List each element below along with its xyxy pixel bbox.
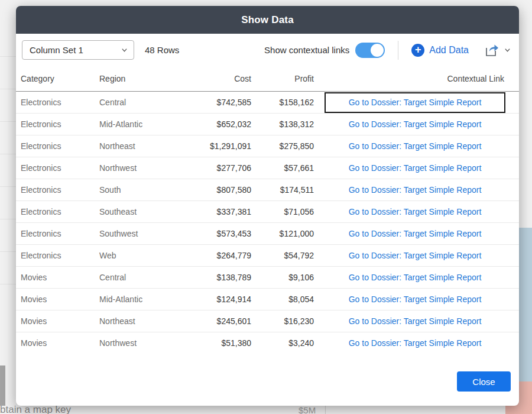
cell-region: Northwest <box>99 163 188 173</box>
column-set-select[interactable]: Column Set 1 <box>22 40 134 60</box>
dossier-link[interactable]: Go to Dossier: Target Simple Report <box>349 185 482 195</box>
background-divider <box>0 154 18 154</box>
table-row: Electronics Southwest $573,453 $121,000 … <box>16 223 519 245</box>
dossier-link[interactable]: Go to Dossier: Target Simple Report <box>349 163 482 173</box>
cell-region: South <box>99 185 188 195</box>
background-divider <box>0 186 18 187</box>
dossier-link[interactable]: Go to Dossier: Target Simple Report <box>349 98 482 107</box>
dialog-title: Show Data <box>241 14 294 26</box>
toggle-knob <box>371 44 384 57</box>
dossier-link[interactable]: Go to Dossier: Target Simple Report <box>349 119 482 129</box>
background-axis-gridline <box>325 406 326 414</box>
cell-profit: $3,240 <box>251 338 314 348</box>
cell-profit: $121,000 <box>251 229 314 238</box>
table-row: Movies Northeast $245,601 $16,230 Go to … <box>16 310 519 332</box>
background-divider <box>0 251 18 252</box>
cell-region: Southeast <box>99 207 188 216</box>
cell-contextual-link: Go to Dossier: Target Simple Report <box>325 163 505 173</box>
dossier-link[interactable]: Go to Dossier: Target Simple Report <box>349 207 482 216</box>
table-row: Electronics Southeast $337,381 $71,056 G… <box>16 201 519 223</box>
cell-category: Electronics <box>21 229 99 238</box>
cell-cost: $264,779 <box>188 251 251 260</box>
dialog-toolbar: Column Set 1 48 Rows Show contextual lin… <box>16 34 519 66</box>
cell-contextual-link: Go to Dossier: Target Simple Report <box>325 316 505 326</box>
contextual-links-label: Show contextual links <box>264 45 349 55</box>
dossier-link[interactable]: Go to Dossier: Target Simple Report <box>349 316 482 326</box>
add-data-label: Add Data <box>429 45 469 56</box>
dossier-link[interactable]: Go to Dossier: Target Simple Report <box>349 229 482 238</box>
background-divider <box>0 121 18 122</box>
export-menu-button[interactable] <box>484 43 511 58</box>
add-data-button[interactable]: + Add Data <box>411 44 469 57</box>
cell-cost: $138,789 <box>188 273 251 282</box>
cell-cost: $573,453 <box>188 229 251 238</box>
cell-contextual-link: Go to Dossier: Target Simple Report <box>325 338 505 348</box>
dossier-link[interactable]: Go to Dossier: Target Simple Report <box>349 251 482 260</box>
chevron-down-icon <box>504 47 511 53</box>
table-row: Electronics Northeast $1,291,091 $275,85… <box>16 135 519 157</box>
cell-cost: $277,706 <box>188 163 251 173</box>
cell-category: Movies <box>21 338 99 348</box>
cell-category: Electronics <box>21 141 99 151</box>
close-button[interactable]: Close <box>457 371 511 392</box>
chevron-down-icon <box>121 47 128 53</box>
table-row: Movies Mid-Atlantic $124,914 $8,054 Go t… <box>16 289 519 310</box>
dossier-link[interactable]: Go to Dossier: Target Simple Report <box>349 273 482 282</box>
cell-contextual-link: Go to Dossier: Target Simple Report <box>325 119 505 129</box>
table-body: Electronics Central $742,585 $158,162 Go… <box>16 92 519 350</box>
background-map-water <box>519 228 532 383</box>
cell-cost: $51,380 <box>188 338 251 348</box>
cell-profit: $138,312 <box>251 119 314 129</box>
column-header-category[interactable]: Category <box>21 74 99 83</box>
cell-profit: $71,056 <box>251 207 314 216</box>
cell-cost: $807,580 <box>188 185 251 195</box>
cell-region: Northeast <box>99 141 188 151</box>
cell-region: Northwest <box>99 338 188 348</box>
cell-profit: $174,511 <box>251 185 314 195</box>
data-table: Category Region Cost Profit Contextual L… <box>16 66 519 350</box>
dialog-footer: Close <box>16 350 519 406</box>
table-row: Electronics South $807,580 $174,511 Go t… <box>16 179 519 201</box>
cell-category: Movies <box>21 295 99 304</box>
cell-profit: $158,162 <box>251 98 314 107</box>
cell-region: Mid-Atlantic <box>99 295 188 304</box>
cell-region: Southwest <box>99 229 188 238</box>
cell-profit: $54,792 <box>251 251 314 260</box>
background-panel-edge <box>0 366 5 406</box>
table-row: Movies Northwest $51,380 $3,240 Go to Do… <box>16 332 519 350</box>
show-data-dialog: Show Data Column Set 1 48 Rows Show cont… <box>16 6 519 406</box>
cell-profit: $275,850 <box>251 141 314 151</box>
cell-profit: $9,106 <box>251 273 314 282</box>
background-divider <box>0 284 18 284</box>
background-axis-label: $5M <box>299 405 316 414</box>
cell-cost: $124,914 <box>188 295 251 304</box>
column-header-region[interactable]: Region <box>99 74 188 83</box>
cell-cost: $337,381 <box>188 207 251 216</box>
row-count: 48 Rows <box>145 45 179 55</box>
cell-contextual-link: Go to Dossier: Target Simple Report <box>325 92 505 113</box>
cell-cost: $1,291,091 <box>188 141 251 151</box>
dossier-link[interactable]: Go to Dossier: Target Simple Report <box>349 141 482 151</box>
table-row: Movies Central $138,789 $9,106 Go to Dos… <box>16 267 519 289</box>
column-header-contextual-link[interactable]: Contextual Link <box>325 74 505 83</box>
cell-region: Northeast <box>99 316 188 326</box>
column-header-cost[interactable]: Cost <box>188 74 251 83</box>
cell-profit: $8,054 <box>251 295 314 304</box>
background-divider <box>0 56 18 57</box>
table-row: Electronics Mid-Atlantic $652,032 $138,3… <box>16 114 519 135</box>
cell-profit: $57,661 <box>251 163 314 173</box>
background-divider <box>0 219 18 219</box>
export-icon <box>484 43 499 58</box>
cell-region: Central <box>99 98 188 107</box>
column-header-profit[interactable]: Profit <box>251 74 314 83</box>
plus-icon: + <box>411 44 424 57</box>
cell-profit: $16,230 <box>251 316 314 326</box>
dossier-link[interactable]: Go to Dossier: Target Simple Report <box>349 295 482 304</box>
dossier-link[interactable]: Go to Dossier: Target Simple Report <box>349 338 482 348</box>
cell-category: Electronics <box>21 163 99 173</box>
cell-category: Electronics <box>21 185 99 195</box>
cell-region: Central <box>99 273 188 282</box>
contextual-links-toggle[interactable] <box>355 43 385 58</box>
cell-contextual-link: Go to Dossier: Target Simple Report <box>325 295 505 304</box>
table-row: Electronics Web $264,779 $54,792 Go to D… <box>16 245 519 267</box>
